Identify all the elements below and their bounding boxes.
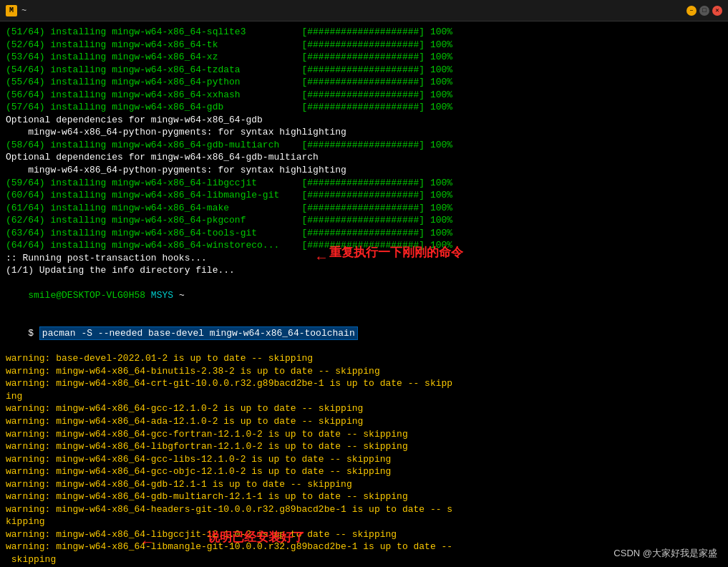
terminal-line: warning: mingw-w64-x86_64-libgfortran-12… xyxy=(6,440,722,453)
terminal-line: mingw-w64-x86_64-python-pygments: for sy… xyxy=(6,164,722,177)
terminal-line: (59/64) installing mingw-w64-x86_64-libg… xyxy=(6,177,722,190)
titlebar-left: M ~ xyxy=(6,5,26,16)
window-controls[interactable]: – □ ✕ xyxy=(686,6,722,16)
terminal-line: warning: mingw-w64-x86_64-binutils-2.38-… xyxy=(6,365,722,378)
annotation-installed: 说明已经安装好了 xyxy=(208,530,305,546)
terminal-line: (57/64) installing mingw-w64-x86_64-gdb … xyxy=(6,101,722,114)
terminal-line: ing xyxy=(6,390,722,403)
terminal-line: warning: mingw-w64-x86_64-gdb-multiarch-… xyxy=(6,490,722,503)
maximize-button[interactable]: □ xyxy=(699,6,709,16)
terminal-line: warning: mingw-w64-x86_64-gdb-12.1-1 is … xyxy=(6,478,722,491)
terminal-line: (51/64) installing mingw-w64-x86_64-sqli… xyxy=(6,26,722,39)
terminal-line: (52/64) installing mingw-w64-x86_64-tk [… xyxy=(6,39,722,52)
terminal-command-line: $ pacman -S --needed base-devel mingw-w6… xyxy=(6,315,722,353)
terminal-line: warning: mingw-w64-x86_64-libgccjit-12.1… xyxy=(6,528,722,541)
terminal-line: (58/64) installing mingw-w64-x86_64-gdb-… xyxy=(6,139,722,152)
watermark: CSDN @大家好我是家盛 xyxy=(613,547,717,560)
terminal-line: warning: mingw-w64-x86_64-headers-git-10… xyxy=(6,503,722,516)
terminal-line: warning: mingw-w64-x86_64-gcc-objc-12.1.… xyxy=(6,465,722,478)
terminal-line: warning: mingw-w64-x86_64-gcc-libs-12.1.… xyxy=(6,453,722,466)
terminal-line: (53/64) installing mingw-w64-x86_64-xz [… xyxy=(6,51,722,64)
minimize-button[interactable]: – xyxy=(686,6,697,16)
arrow-left-1: ← xyxy=(317,248,326,268)
terminal-line: mingw-w64-x86_64-python-pygments: for sy… xyxy=(6,126,722,139)
terminal-line: (54/64) installing mingw-w64-x86_64-tzda… xyxy=(6,64,722,77)
terminal-line: (55/64) installing mingw-w64-x86_64-pyth… xyxy=(6,76,722,89)
terminal-line: warning: mingw-w64-x86_64-gcc-12.1.0-2 i… xyxy=(6,402,722,415)
terminal-line: (56/64) installing mingw-w64-x86_64-xxha… xyxy=(6,89,722,102)
terminal-line: (62/64) installing mingw-w64-x86_64-pkgc… xyxy=(6,214,722,227)
terminal-line: Optional dependencies for mingw-w64-x86_… xyxy=(6,114,722,127)
terminal-line: warning: mingw-w64-x86_64-crt-git-10.0.0… xyxy=(6,377,722,390)
terminal-line: warning: mingw-w64-x86_64-ada-12.1.0-2 i… xyxy=(6,415,722,428)
arrow-left-2: ← xyxy=(143,533,152,552)
titlebar: M ~ – □ ✕ xyxy=(0,0,728,21)
terminal-line: (1/1) Updating the info directory file..… xyxy=(6,264,722,277)
terminal-line: Optional dependencies for mingw-w64-x86_… xyxy=(6,151,722,164)
terminal-line: (60/64) installing mingw-w64-x86_64-libm… xyxy=(6,189,722,202)
annotation-repeat-command: 重复执行一下刚刚的命令 xyxy=(329,245,463,261)
terminal-line: warning: base-devel-2022.01-2 is up to d… xyxy=(6,352,722,365)
terminal-line: (63/64) installing mingw-w64-x86_64-tool… xyxy=(6,227,722,240)
terminal-line: warning: mingw-w64-x86_64-gcc-fortran-12… xyxy=(6,428,722,441)
terminal-line: kipping xyxy=(6,515,722,528)
titlebar-title: ~ xyxy=(21,6,26,16)
command-highlight: pacman -S --needed base-devel mingw-w64-… xyxy=(39,326,358,340)
close-button[interactable]: ✕ xyxy=(712,6,722,16)
terminal[interactable]: (51/64) installing mingw-w64-x86_64-sqli… xyxy=(0,21,728,567)
terminal-prompt-line: smile@DESKTOP-VLG0H58 MSYS ~ xyxy=(6,277,722,315)
app-icon: M xyxy=(6,5,17,16)
terminal-line: (61/64) installing mingw-w64-x86_64-make… xyxy=(6,202,722,215)
